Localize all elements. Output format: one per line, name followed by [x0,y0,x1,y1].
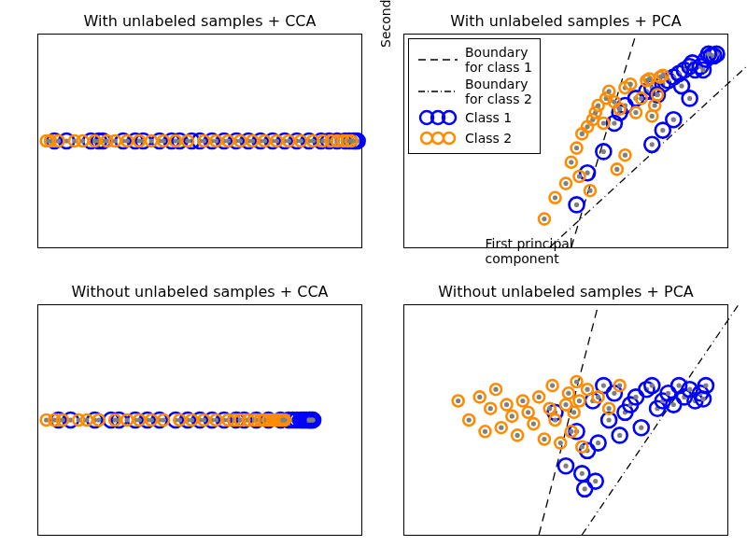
legend-label-c2: Class 2 [465,131,512,146]
legend-label-c1: Class 1 [465,110,512,125]
svg-point-315 [60,417,64,422]
svg-point-327 [137,417,142,422]
svg-point-469 [558,441,563,445]
legend-row-boundary2: Boundary for class 2 [416,77,532,106]
svg-point-417 [687,387,692,392]
svg-point-173 [660,128,665,133]
svg-point-239 [577,174,582,178]
svg-point-83 [161,138,165,143]
svg-point-183 [542,217,546,221]
panel-br-pca-without: Without unlabeled samples + PCA [403,304,728,536]
svg-point-399 [639,426,643,430]
svg-point-409 [666,391,670,396]
svg-point-91 [214,138,218,143]
svg-point-207 [607,89,612,93]
figure: With unlabeled samples + CCA With unlabe… [0,0,747,560]
svg-point-189 [569,160,573,164]
svg-point-119 [349,138,354,143]
svg-point-219 [639,96,643,101]
svg-point-101 [275,138,279,143]
svg-point-389 [612,391,616,396]
svg-point-487 [596,395,600,399]
ylabel-tr: Second principal component [378,0,393,48]
svg-point-247 [421,133,432,144]
svg-point-427 [580,471,585,476]
svg-point-465 [550,384,555,388]
svg-point-443 [493,387,498,392]
svg-point-375 [563,464,568,469]
svg-point-453 [520,399,525,403]
svg-point-323 [113,417,118,422]
legend-swatch-class2-icon [416,129,459,147]
svg-point-89 [202,138,206,143]
svg-point-127 [601,149,606,154]
svg-point-483 [580,444,585,449]
svg-point-481 [577,399,582,403]
legend-swatch-dashed-icon [416,50,459,69]
plot-tl [38,35,361,247]
svg-point-333 [177,417,182,422]
svg-point-403 [650,384,655,388]
svg-point-449 [510,413,514,418]
svg-point-431 [583,486,587,491]
svg-point-241 [587,189,592,193]
svg-point-467 [553,417,557,422]
svg-point-435 [467,417,472,422]
legend-label-b1: Boundary for class 1 [465,45,532,75]
plot-br [404,305,727,535]
svg-point-237 [614,167,619,172]
svg-point-429 [593,479,598,483]
svg-point-457 [531,422,536,427]
svg-point-185 [553,195,557,200]
svg-point-425 [703,384,708,388]
title-bl: Without unlabeled samples + CCA [38,283,361,301]
svg-point-369 [282,417,287,422]
svg-point-463 [547,406,552,411]
svg-point-177 [679,84,684,89]
svg-point-223 [647,77,652,81]
svg-point-447 [504,402,509,407]
svg-point-385 [601,384,606,388]
xlabel-tr: First principal component [486,236,647,266]
svg-line-120 [571,35,636,247]
panel-tl-cca-with: With unlabeled samples + CCA [37,34,362,248]
svg-point-105 [299,138,303,143]
svg-point-455 [526,410,530,414]
svg-point-479 [574,379,579,384]
svg-point-325 [125,417,130,422]
svg-point-485 [585,387,589,392]
svg-point-71 [92,138,97,143]
svg-point-439 [483,429,487,434]
svg-point-413 [677,384,682,388]
legend-row-class2: Class 2 [416,129,532,147]
svg-point-459 [537,395,542,399]
svg-point-227 [653,103,657,107]
svg-point-387 [607,417,612,422]
svg-line-371 [582,305,738,535]
svg-point-477 [571,410,576,414]
svg-point-203 [601,120,606,125]
svg-point-201 [596,103,600,107]
svg-point-337 [202,417,206,422]
svg-point-329 [149,417,154,422]
svg-point-69 [80,138,85,143]
svg-point-475 [569,429,573,434]
svg-point-175 [650,142,655,147]
svg-point-169 [687,96,692,101]
svg-point-211 [617,106,622,111]
svg-point-123 [574,203,579,207]
legend: Boundary for class 1 Boundary for class … [408,38,541,154]
svg-line-121 [550,35,747,247]
svg-point-79 [137,138,142,143]
svg-point-95 [238,138,243,143]
svg-point-93 [226,138,231,143]
svg-point-77 [125,138,130,143]
legend-row-class1: Class 1 [416,108,532,127]
svg-point-217 [633,110,638,115]
svg-point-235 [623,153,627,158]
svg-point-181 [706,51,711,56]
svg-point-451 [515,433,520,438]
svg-point-473 [566,391,571,396]
panel-tr-pca-with: With unlabeled samples + PCA First princ… [403,34,728,248]
svg-point-461 [542,437,546,441]
